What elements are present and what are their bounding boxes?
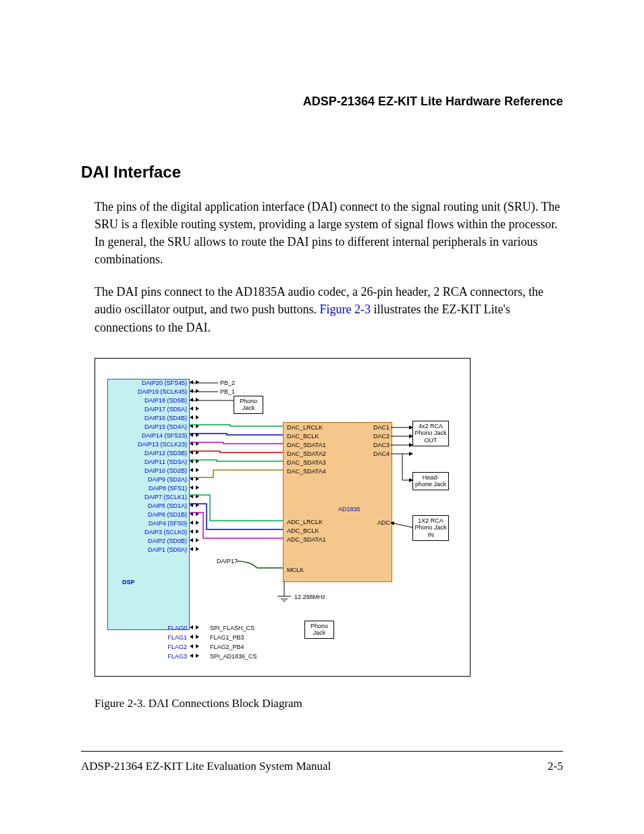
adc-label: ADC (377, 519, 390, 526)
bidir-arrow-icon (190, 398, 199, 403)
bidir-arrow-icon (190, 494, 199, 500)
bidir-arrow-icon (190, 654, 199, 659)
dsp-pin-0: DAIP20 (SFS45) (142, 380, 187, 386)
bidir-arrow-icon (190, 442, 199, 447)
dsp-pin-13: DAIP7 (SCLK1) (144, 494, 187, 500)
bidir-arrow-icon (190, 415, 199, 421)
adc-signal-0: ADC_LRCLK (287, 519, 323, 525)
paragraph-1: The pins of the digital application inte… (95, 198, 563, 268)
dsp-pin-19: DAIP1 (SD0A) (148, 546, 187, 553)
flag0-sig: SPI_FLASH_CS (210, 625, 254, 631)
bidir-arrow-icon (190, 503, 199, 509)
bidir-arrow-icon (190, 644, 199, 650)
bidir-arrow-icon (190, 424, 199, 429)
dsp-pin-18: DAIP2 (SD0B) (148, 538, 187, 544)
bidir-arrow-icon (190, 433, 199, 438)
dac-out-1: DAC2 (373, 433, 390, 440)
dsp-label: DSP (122, 579, 135, 585)
bidir-arrow-icon (190, 486, 199, 491)
phono-jack-top: Phono Jack (234, 396, 263, 415)
dsp-pin-8: DAIP12 (SD3B) (144, 450, 187, 457)
bidir-arrow-icon (190, 625, 199, 631)
phono-jack-bottom: Phono Jack (304, 621, 334, 640)
bidir-arrow-icon (190, 450, 199, 456)
dsp-pin-7: DAIP13 (SCLK23) (138, 441, 187, 448)
dsp-pin-16: DAIP4 (SFS0) (149, 520, 187, 527)
figure-link[interactable]: Figure 2-3 (319, 303, 371, 316)
footer-right: 2-5 (547, 760, 563, 773)
flag3-sig: SPI_AD1836_CS (210, 653, 257, 660)
bidir-arrow-icon (190, 407, 199, 412)
flag2-sig: FLAG2_PB4 (210, 644, 244, 650)
flag1-sig: FLAG1_PB3 (210, 634, 244, 641)
bidir-arrow-icon (190, 468, 199, 473)
dsp-pin-1: DAIP19 (SCLK45) (138, 388, 187, 395)
paragraph-2: The DAI pins connect to the AD1835A audi… (95, 283, 563, 336)
adc-signal-1: ADC_BCLK (287, 527, 319, 534)
dsp-pin-15: DAIP6 (SD1B) (148, 511, 187, 518)
page-header: ADSP-21364 EZ-KIT Lite Hardware Referenc… (81, 95, 563, 109)
dac-signal-5: DAC_SDATA4 (287, 468, 326, 475)
bidir-arrow-icon (190, 459, 199, 465)
dsp-pin-4: DAIP16 (SD4B) (144, 415, 187, 421)
dac-signal-4: DAC_SDATA3 (287, 459, 326, 466)
dsp-pin-6: DAIP14 (SFS23) (142, 432, 187, 439)
dac-signal-1: DAC_BCLK (287, 433, 319, 440)
bidir-arrow-icon (190, 389, 199, 394)
dsp-pin-3: DAIP17 (SD5A) (144, 406, 187, 413)
dsp-pin-10: DAIP10 (SD2B) (144, 467, 187, 474)
bidir-arrow-icon (190, 547, 199, 552)
dsp-pin-2: DAIP18 (SD5B) (144, 397, 187, 404)
bidir-arrow-icon (190, 512, 199, 517)
page-footer: ADSP-21364 EZ-KIT Lite Evaluation System… (81, 751, 563, 773)
dsp-pin-17: DAIP3 (SCLK0) (144, 529, 187, 536)
bidir-arrow-icon (190, 635, 199, 640)
dsp-pin-11: DAIP9 (SD2A) (148, 476, 187, 483)
dsp-pin-14: DAIP5 (SD1A) (148, 502, 187, 509)
flag-pin-2: FLAG2 (167, 644, 187, 650)
daip17-note: DAIP17 (217, 558, 238, 565)
bidir-arrow-icon (190, 538, 199, 544)
section-title: DAI Interface (81, 163, 563, 182)
flag-pin-0: FLAG0 (167, 625, 187, 631)
bidir-arrow-icon (190, 521, 199, 526)
dac-out-2: DAC3 (373, 442, 390, 448)
dsp-pin-9: DAIP11 (SD3A) (144, 459, 187, 465)
dac-signal-3: DAC_SDATA2 (287, 450, 326, 457)
flag-pin-1: FLAG1 (167, 634, 187, 641)
rca-out-box: 4x2 RCA Phono Jack OUT (412, 421, 449, 446)
bidir-arrow-icon (190, 529, 199, 535)
pb1-label: PB_1 (220, 388, 235, 395)
bidir-arrow-icon (190, 477, 199, 482)
headphone-box: Head- phone Jack (412, 472, 449, 491)
dsp-pin-5: DAIP15 (SD4A) (144, 423, 187, 430)
ad1835-label: AD1835 (338, 506, 360, 513)
bidir-arrow-icon (190, 380, 199, 386)
clock-label: 12.288MHz (294, 594, 325, 600)
flag-pin-3: FLAG3 (167, 653, 187, 660)
footer-left: ADSP-21364 EZ-KIT Lite Evaluation System… (81, 760, 331, 773)
dsp-pin-12: DAIP8 (SFS1) (149, 485, 187, 492)
figure-diagram: DAIP20 (SFS45)DAIP19 (SCLK45)DAIP18 (SD5… (95, 358, 471, 677)
pb2-label: PB_2 (220, 380, 235, 386)
dac-out-3: DAC4 (373, 450, 390, 457)
rca-in-box: 1X2 RCA Phono Jack IN (412, 515, 449, 541)
dac-signal-2: DAC_SDATA1 (287, 442, 326, 448)
adc-signal-2: ADC_SDATA1 (287, 536, 326, 543)
figure-caption: Figure 2-3. DAI Connections Block Diagra… (95, 697, 563, 710)
mclk-label: MCLK (287, 567, 304, 573)
dac-out-0: DAC1 (373, 424, 390, 431)
dac-signal-0: DAC_LRCLK (287, 424, 323, 431)
